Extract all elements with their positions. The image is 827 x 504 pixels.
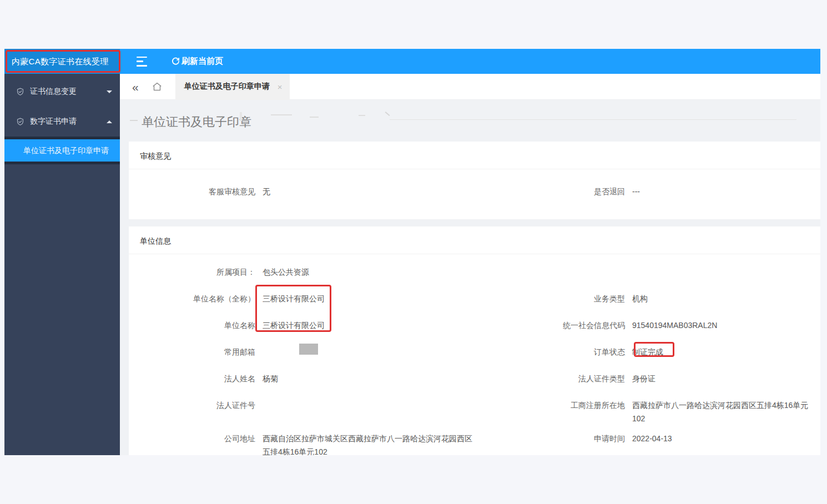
field-label: 订单状态 (478, 339, 625, 359)
audit-section-title: 审核意见 (129, 142, 820, 169)
chevron-down-icon (107, 90, 112, 93)
field-value: 身份证 (625, 365, 655, 385)
table-row: 常用邮箱 订单状态 制证完成 (129, 339, 820, 365)
field-label: 工商注册所在地 (478, 392, 625, 412)
table-row: 所属项目： 包头公共资源 (129, 259, 820, 285)
topbar: 刷新当前页 (120, 49, 820, 74)
page-title-band: 单位证书及电子印章 (120, 100, 820, 142)
field-value: 制证完成 (625, 339, 663, 359)
field-label: 客服审核意见 (129, 178, 255, 198)
redaction-line (390, 119, 796, 120)
table-row: 单位名称（全称） 三桥设计有限公司 业务类型 机构 (129, 285, 820, 312)
field-label: 申请时间 (478, 425, 625, 445)
brand-title: 内蒙CA数字证书在线受理 (4, 49, 120, 74)
table-row: 单位名称 三桥设计有限公司 统一社会信息代码 91540194MAB03RAL2… (129, 312, 820, 339)
sidebar: 内蒙CA数字证书在线受理 证书信息变更 数字证书申请 单位证书及电子印章申请 (4, 49, 120, 455)
field-value (255, 392, 263, 399)
redaction-smudge (271, 114, 292, 115)
app-window: 内蒙CA数字证书在线受理 证书信息变更 数字证书申请 单位证书及电子印章申请 (4, 49, 820, 455)
chevron-up-icon (107, 120, 112, 123)
tab-unit-cert-seal-apply[interactable]: 单位证书及电子印章申请 × (175, 74, 290, 100)
tab-label: 单位证书及电子印章申请 (184, 82, 270, 92)
refresh-label: 刷新当前页 (181, 56, 223, 67)
menu-fold-icon[interactable] (137, 57, 149, 67)
collapse-tabs-icon[interactable]: « (132, 81, 139, 93)
field-value: 机构 (625, 285, 648, 305)
field-label: 所属项目： (129, 259, 255, 279)
sidebar-subitem-unit-cert-seal-apply[interactable]: 单位证书及电子印章申请 (4, 139, 120, 162)
sidebar-menu: 证书信息变更 数字证书申请 单位证书及电子印章申请 (4, 74, 120, 164)
field-value: 包头公共资源 (255, 259, 309, 279)
sidebar-item-digital-cert-apply[interactable]: 数字证书申请 (4, 107, 120, 137)
field-value: 西藏拉萨市八一路哈达滨河花园西区五排4栋16单元102 (625, 392, 820, 425)
field-label: 单位名称（全称） (129, 285, 255, 305)
main-content: 单位证书及电子印章 审核意见 客服审核意见 无 是否退回 --- (120, 100, 820, 455)
field-label: 常用邮箱 (129, 339, 255, 359)
field-value (255, 339, 263, 345)
sidebar-submenu: 单位证书及电子印章申请 (4, 137, 120, 164)
field-value: 91540194MAB03RAL2N (625, 312, 717, 332)
field-value: 无 (255, 178, 270, 198)
home-icon[interactable] (151, 80, 163, 93)
table-row: 客服审核意见 无 是否退回 --- (129, 175, 820, 201)
redaction-smudge (385, 112, 390, 116)
unit-section-title: 单位信息 (129, 226, 820, 254)
field-label: 法人证件号 (129, 392, 255, 412)
shield-check-icon (16, 87, 25, 97)
sidebar-item-label: 证书信息变更 (30, 87, 107, 97)
audit-card: 审核意见 客服审核意见 无 是否退回 --- (129, 142, 820, 219)
refresh-button[interactable]: 刷新当前页 (171, 56, 223, 67)
field-value: 西藏自治区拉萨市城关区西藏拉萨市八一路哈达滨河花园西区五排4栋16单元102 (255, 425, 478, 455)
field-label: 法人证件类型 (478, 365, 625, 385)
field-value: --- (625, 178, 640, 198)
field-label: 公司地址 (129, 425, 255, 445)
refresh-icon (171, 57, 180, 66)
redaction-smudge (310, 117, 319, 118)
field-value: 2022-04-13 (625, 425, 672, 445)
sidebar-item-cert-info-change[interactable]: 证书信息变更 (4, 77, 120, 107)
table-row: 法人姓名 杨菊 法人证件类型 身份证 (129, 365, 820, 392)
field-value: 三桥设计有限公司 (255, 312, 325, 332)
field-value: 三桥设计有限公司 (255, 285, 325, 305)
field-label: 单位名称 (129, 312, 255, 332)
sidebar-item-label: 数字证书申请 (30, 117, 107, 127)
field-label: 统一社会信息代码 (478, 312, 625, 332)
unit-info-card: 单位信息 所属项目： 包头公共资源 单位名称（全称） 三桥设计有限公司 业务类型 (129, 226, 820, 455)
redaction-smudge (359, 115, 365, 116)
redacted-email-value (299, 344, 318, 355)
field-label: 是否退回 (478, 178, 625, 198)
field-label: 业务类型 (478, 285, 625, 305)
close-icon[interactable]: × (278, 83, 283, 91)
table-row: 法人证件号 工商注册所在地 西藏拉萨市八一路哈达滨河花园西区五排4栋16单元10… (129, 392, 820, 425)
redaction-smudge (240, 112, 242, 121)
tab-bar: « 单位证书及电子印章申请 × (120, 74, 820, 100)
table-row: 公司地址 西藏自治区拉萨市城关区西藏拉萨市八一路哈达滨河花园西区五排4栋16单元… (129, 425, 820, 455)
page-title: 单位证书及电子印章 (142, 114, 251, 130)
field-value: 杨菊 (255, 365, 278, 385)
title-dash (130, 120, 138, 121)
shield-check-icon (16, 117, 25, 127)
field-label: 法人姓名 (129, 365, 255, 385)
